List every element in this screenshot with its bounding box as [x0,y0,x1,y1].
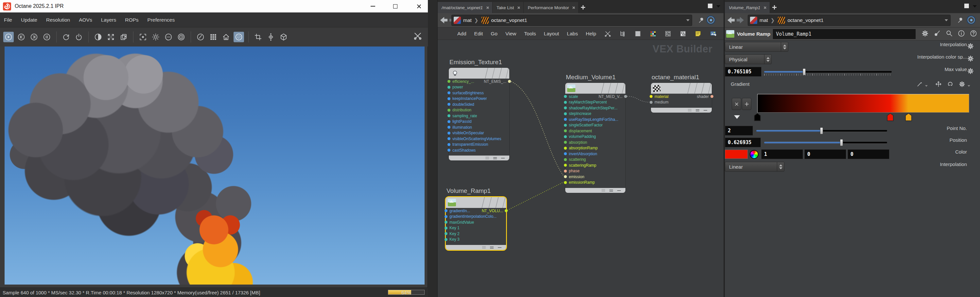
output-dot[interactable] [505,221,508,224]
back-arrow-button[interactable] [727,17,735,24]
focus-pick-button[interactable] [138,32,148,42]
path-dropdown-caret-icon[interactable] [945,19,948,21]
tab-close-icon[interactable] [572,6,575,9]
output-dot[interactable] [508,86,511,89]
input-dot[interactable] [447,103,450,106]
tab-mat-octane-vopnet1[interactable]: /mat/octane_vopnet1 [438,2,493,13]
point-interpolation-dropdown[interactable]: Linear [725,162,784,172]
menu-item[interactable]: View [505,31,516,37]
color-b-field[interactable]: 0 [848,149,889,159]
menu-item[interactable]: File [4,17,12,23]
input-dot[interactable] [564,101,567,104]
breadcrumb-node[interactable]: octane_vopnet1 [491,18,527,23]
output-dot[interactable] [624,175,627,178]
input-dot[interactable] [564,106,567,109]
input-dot[interactable] [447,132,450,134]
output-dot[interactable] [508,120,511,123]
input-dot[interactable] [564,141,567,144]
gear-flower-icon[interactable] [921,29,929,38]
output-dot[interactable] [508,103,511,106]
input-dot[interactable] [447,91,450,94]
path-breadcrumb[interactable]: mat ❯ octane_vopnet1 [452,15,692,26]
menu-item[interactable]: Layers [101,17,116,23]
output-dot[interactable] [508,109,511,112]
new-tab-button[interactable] [579,2,587,13]
minimize-button[interactable] [370,3,376,9]
input-dot[interactable] [447,120,450,123]
menu-item[interactable]: Labs [567,31,578,37]
input-dot[interactable] [564,169,567,172]
position-slider[interactable] [764,137,887,147]
menu-item[interactable]: Go [491,31,498,37]
grid-button[interactable] [208,32,218,42]
node-header[interactable] [446,197,506,208]
spinner-icon[interactable] [781,42,788,51]
node-footer[interactable] [446,245,506,250]
back-arrow-button[interactable] [440,17,447,24]
node-emission-texture1[interactable]: efficiency_... NT_EMIS_... power [449,68,509,160]
node-header[interactable] [651,83,712,94]
menu-item[interactable]: Resolution [46,17,70,23]
output-dot[interactable] [624,181,627,184]
input-dot[interactable] [564,118,567,121]
input-dot[interactable] [447,148,450,152]
refresh-button[interactable] [61,32,71,42]
color-wheel-icon[interactable] [750,150,759,159]
tab-take-list[interactable]: Take List [493,2,524,13]
gear-caret-icon[interactable] [967,85,970,87]
output-dot[interactable] [624,164,627,167]
input-dot[interactable] [447,137,450,140]
output-dot[interactable] [624,158,627,161]
tools-icon[interactable] [604,30,611,38]
sphere-preview-button[interactable] [234,32,244,42]
input-dot[interactable] [564,181,567,184]
operator-ladle-icon[interactable] [933,29,941,38]
output-dot[interactable] [624,129,627,132]
slider-handle[interactable] [820,128,823,134]
input-dot[interactable] [564,95,567,98]
input-dot[interactable] [447,143,450,146]
input-dot[interactable] [650,95,652,98]
menu-item[interactable]: AOVs [79,17,92,23]
input-dot[interactable] [564,135,567,138]
gradient-ramp-bar[interactable] [757,94,969,113]
magnifier-icon[interactable] [945,29,953,38]
pencil-icon[interactable] [916,81,923,89]
pin-icon[interactable] [697,16,705,26]
pane-maximize-icon[interactable] [708,3,713,8]
output-dot[interactable] [624,118,627,121]
color-r-field[interactable]: 1 [761,149,803,159]
output-dot[interactable] [624,101,627,104]
tab-close-icon[interactable] [517,6,520,9]
gradient-stop-marker[interactable] [887,113,894,121]
pencil-caret-icon[interactable] [925,85,928,87]
output-dot[interactable] [624,152,627,155]
input-dot[interactable] [447,109,450,112]
info-icon[interactable] [958,29,965,38]
pause-button[interactable] [41,32,52,42]
node-octane-material1[interactable]: material shader medium [651,83,712,113]
maximize-button[interactable] [392,3,398,9]
gear-icon[interactable] [967,43,974,51]
clone-viewport-button[interactable] [118,32,129,42]
network-boxes-icon[interactable] [664,30,671,38]
tab-performance-monitor[interactable]: Performance Monitor [524,2,579,13]
output-dot[interactable] [508,114,511,117]
output-dot[interactable] [505,209,508,212]
input-dot[interactable] [444,238,447,241]
output-dot[interactable] [624,169,627,172]
input-dot[interactable] [444,209,447,212]
panel-splitter[interactable] [428,0,438,297]
breadcrumb-root[interactable]: mat [759,18,768,23]
point-no-slider[interactable] [756,126,887,136]
render-speed-button[interactable] [195,32,206,42]
follow-selection-icon[interactable] [967,16,975,24]
output-dot[interactable] [508,132,511,134]
max-value-field[interactable]: 0.765105 [725,67,762,77]
wire-ramp-to-medium[interactable] [508,182,563,210]
menu-item[interactable]: Add [457,31,466,37]
node-footer[interactable] [565,188,625,193]
input-dot[interactable] [564,112,567,115]
menu-item[interactable]: Edit [474,31,483,37]
home-button[interactable] [221,32,231,42]
